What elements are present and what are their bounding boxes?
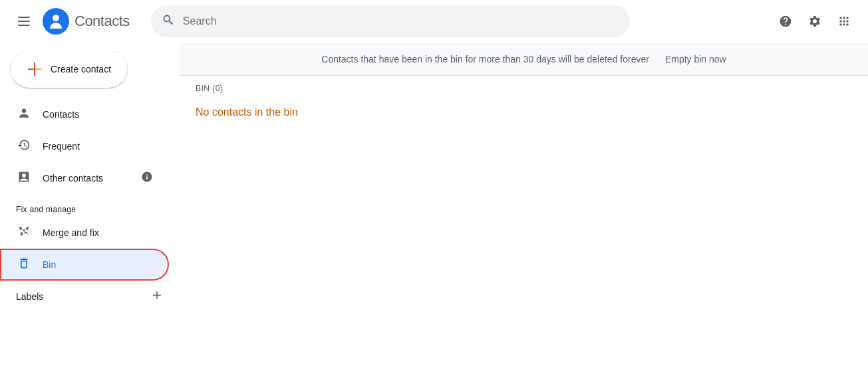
contact-page-icon	[16, 170, 32, 187]
sidebar-item-merge[interactable]: Merge and fix	[0, 217, 169, 249]
top-actions	[772, 8, 857, 35]
person-icon	[16, 106, 32, 123]
sidebar-item-contacts[interactable]: Contacts	[0, 98, 169, 130]
svg-rect-6	[28, 68, 34, 70]
labels-section: Labels	[0, 281, 180, 313]
bin-nav-label: Bin	[43, 259, 153, 270]
merge-nav-label: Merge and fix	[43, 227, 153, 238]
sidebar-item-frequent[interactable]: Frequent	[0, 130, 169, 162]
labels-title: Labels	[16, 291, 150, 302]
empty-bin-button[interactable]: Empty bin now	[665, 54, 726, 64]
svg-rect-3	[34, 63, 35, 76]
fix-manage-section-label: Fix and manage	[0, 194, 180, 217]
history-icon	[16, 138, 32, 155]
hamburger-menu-icon[interactable]	[11, 8, 37, 35]
svg-rect-5	[35, 68, 41, 70]
bin-count-label: BIN (0)	[180, 76, 868, 96]
plus-icon	[27, 61, 43, 77]
settings-icon[interactable]	[801, 8, 828, 35]
search-bar[interactable]	[151, 5, 630, 37]
labels-add-icon[interactable]	[150, 289, 164, 305]
app-avatar	[43, 8, 69, 35]
contacts-nav-label: Contacts	[43, 109, 153, 120]
app-name: Contacts	[74, 13, 130, 30]
help-icon[interactable]	[772, 8, 799, 35]
svg-rect-0	[18, 17, 30, 18]
search-input[interactable]	[183, 15, 619, 27]
search-icon	[162, 13, 175, 30]
banner-text: Contacts that have been in the bin for m…	[321, 54, 649, 64]
no-contacts-message: No contacts in the bin	[180, 96, 868, 129]
svg-rect-2	[18, 25, 30, 26]
create-contact-label: Create contact	[51, 64, 111, 74]
other-contacts-info-icon[interactable]	[141, 171, 153, 186]
app-logo: Contacts	[43, 8, 130, 35]
sidebar-item-bin[interactable]: Bin	[0, 249, 169, 281]
other-contacts-nav-label: Other contacts	[43, 173, 130, 184]
bin-banner: Contacts that have been in the bin for m…	[180, 43, 868, 76]
sidebar-item-other-contacts[interactable]: Other contacts	[0, 162, 169, 194]
apps-icon[interactable]	[831, 8, 857, 35]
svg-rect-1	[18, 21, 30, 22]
sidebar: Create contact Contacts Frequent	[0, 43, 180, 381]
create-contact-button[interactable]: Create contact	[11, 51, 127, 88]
frequent-nav-label: Frequent	[43, 141, 153, 152]
merge-icon	[16, 225, 32, 241]
delete-icon	[16, 257, 32, 273]
content-area: Contacts that have been in the bin for m…	[180, 43, 868, 381]
